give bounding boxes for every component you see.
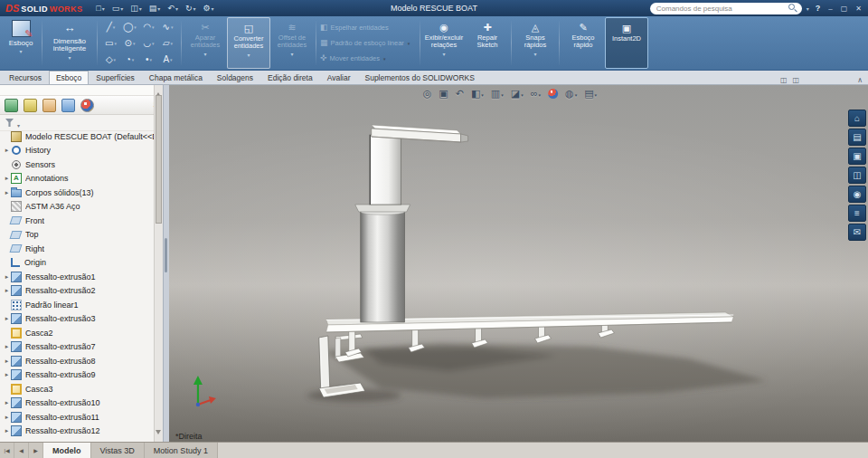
repair-sketch-button[interactable]: ✚ Repair Sketch xyxy=(466,17,509,69)
circle-icon[interactable]: ◯ xyxy=(120,19,139,35)
tree-scrollbar[interactable] xyxy=(154,84,163,443)
tree-item[interactable]: ▸ Ressalto-extrusão3 xyxy=(0,312,155,327)
tree-item[interactable]: ▸ Ressalto-extrusão8 xyxy=(0,354,155,368)
tree-item[interactable]: ▸ Ressalto-extrusão1 xyxy=(0,270,155,284)
document-tab[interactable]: Motion Study 1 xyxy=(145,443,218,458)
command-tab[interactable]: Soldagens xyxy=(210,71,260,84)
expand-arrow-icon[interactable]: ▸ xyxy=(3,358,11,365)
expand-arrow-icon[interactable]: ▸ xyxy=(3,147,11,154)
perimeter-circle-icon[interactable]: ⊙ xyxy=(120,35,139,52)
save-icon[interactable]: ◫ xyxy=(127,4,145,13)
tree-item[interactable]: ▸ Ressalto-extrusão11 xyxy=(0,410,155,425)
dimxpertmanager-icon[interactable] xyxy=(61,99,75,112)
tree-item[interactable]: Right xyxy=(0,242,155,256)
options-icon[interactable]: ⚙ xyxy=(200,4,216,13)
search-icon[interactable] xyxy=(788,4,797,13)
expand-arrow-icon[interactable]: ▸ xyxy=(3,287,11,294)
text-icon[interactable]: A xyxy=(158,52,177,68)
rectangle-icon[interactable]: ▭ xyxy=(101,35,120,52)
propertymanager-icon[interactable] xyxy=(24,99,37,112)
expand-arrow-icon[interactable]: ▸ xyxy=(3,273,11,281)
rapid-sketch-button[interactable]: ✎ Esboço rápido xyxy=(561,17,605,69)
scroll-tabs-start-button[interactable]: |◀ xyxy=(0,443,14,458)
line-icon[interactable]: ╱ xyxy=(101,19,120,35)
featuremanager-tree-icon[interactable] xyxy=(5,99,18,112)
configurationmanager-icon[interactable] xyxy=(42,99,56,112)
minimize-button[interactable]: – xyxy=(826,5,834,13)
print-icon[interactable]: ▤ xyxy=(146,4,164,13)
command-tab[interactable]: Avaliar xyxy=(320,71,358,84)
scroll-tabs-left-button[interactable]: ◀ xyxy=(14,443,29,458)
hide-show-items-icon[interactable]: ∞ xyxy=(531,89,541,99)
appearances-icon[interactable]: ◉ xyxy=(848,186,866,203)
ellipse-icon[interactable]: ◔ xyxy=(120,52,139,68)
command-tab[interactable]: Esboço xyxy=(49,71,89,84)
command-tab[interactable]: Edição direta xyxy=(260,71,320,84)
tree-item[interactable]: ▸ Ressalto-extrusão9 xyxy=(0,368,155,383)
expand-arrow-icon[interactable]: ▸ xyxy=(3,343,11,350)
command-tab[interactable]: Recursos xyxy=(2,71,49,84)
tree-item[interactable]: ASTM A36 Aço xyxy=(0,200,155,215)
trim-entities-button[interactable]: ✂ Aparar entidades xyxy=(184,17,227,69)
linear-sketch-pattern-button[interactable]: ▦ Padrão de esboço linear xyxy=(320,36,416,50)
tree-item[interactable]: Sensors xyxy=(0,157,155,172)
new-document-icon[interactable]: □ xyxy=(93,4,107,13)
panel-splitter[interactable] xyxy=(163,84,169,443)
display-delete-relations-button[interactable]: ◉ Exibir/excluir relações xyxy=(422,17,466,69)
polygon-icon[interactable]: ◇ xyxy=(101,52,120,68)
expand-arrow-icon[interactable]: ▸ xyxy=(3,189,11,196)
expand-arrow-icon[interactable]: ▸ xyxy=(3,175,11,182)
scrollbar-down-icon[interactable] xyxy=(156,430,161,441)
apply-scene-icon[interactable]: ◍ xyxy=(565,89,577,99)
arc-icon[interactable]: ◠ xyxy=(139,19,158,35)
collapse-ribbon-icon[interactable]: ∧ xyxy=(857,76,863,84)
instant2d-button[interactable]: ▣ Instant2D xyxy=(605,17,648,69)
maximize-button[interactable]: ▢ xyxy=(839,5,850,13)
scroll-tabs-right-button[interactable]: ▶ xyxy=(29,443,43,458)
command-tab[interactable]: Chapa metálica xyxy=(142,71,210,84)
smart-dimension-button[interactable]: ↔ Dimensão inteligente xyxy=(44,17,95,69)
quick-snaps-button[interactable]: ◬ Snaps rápidos xyxy=(514,17,557,69)
command-search[interactable] xyxy=(650,3,802,14)
view-settings-icon[interactable]: ▤ xyxy=(584,89,597,99)
close-button[interactable]: ✕ xyxy=(854,5,863,13)
tree-item[interactable]: ▸ Ressalto-extrusão12 xyxy=(0,425,155,439)
open-document-icon[interactable]: ▭ xyxy=(109,4,127,13)
view-palette-icon[interactable]: ◫ xyxy=(848,167,866,184)
parallelogram-icon[interactable]: ▱ xyxy=(158,35,177,52)
expand-arrow-icon[interactable]: ▸ xyxy=(3,399,11,406)
expand-arrow-icon[interactable]: ▸ xyxy=(3,414,11,421)
document-tab[interactable]: Modelo xyxy=(43,443,91,458)
display-style-icon[interactable]: ◪ xyxy=(511,89,524,99)
search-options-caret-icon[interactable] xyxy=(807,4,809,13)
rebuild-icon[interactable]: ↻ xyxy=(183,4,199,13)
tree-item[interactable]: Top xyxy=(0,228,155,243)
tree-root-item[interactable]: Modelo RESCUE BOAT (Default<<Default xyxy=(0,129,155,144)
convert-entities-button[interactable]: ◱ Converter entidades xyxy=(227,17,270,69)
command-tab[interactable]: Suplementos do SOLIDWORKS xyxy=(357,71,481,84)
scrollbar-thumb[interactable] xyxy=(156,95,162,224)
tangent-arc-icon[interactable]: ◡ xyxy=(139,35,158,52)
document-tab[interactable]: Vistas 3D xyxy=(91,443,145,458)
home-icon[interactable]: ⌂ xyxy=(848,110,866,127)
split-view-icon[interactable]: ◫ xyxy=(793,76,800,84)
search-input[interactable] xyxy=(655,4,786,14)
zoom-to-fit-icon[interactable]: ◎ xyxy=(423,89,432,99)
section-view-icon[interactable]: ◧ xyxy=(471,89,484,99)
forum-icon[interactable]: ✉ xyxy=(848,224,866,241)
move-entities-button[interactable]: ✜ Mover entidades xyxy=(320,52,416,65)
tree-item[interactable]: ▸ History xyxy=(0,144,155,158)
expand-arrow-icon[interactable]: ▸ xyxy=(3,371,11,378)
displaymanager-icon[interactable] xyxy=(80,99,94,112)
expand-arrow-icon[interactable]: ▸ xyxy=(3,315,11,322)
point-icon[interactable]: • xyxy=(139,52,158,68)
help-button[interactable]: ? xyxy=(814,4,823,13)
custom-properties-icon[interactable]: ≡ xyxy=(848,205,866,222)
tree-item[interactable]: Casca3 xyxy=(0,382,155,396)
file-explorer-icon[interactable]: ▣ xyxy=(848,148,866,165)
undo-icon[interactable]: ↶ xyxy=(165,4,181,13)
previous-view-icon[interactable]: ↶ xyxy=(456,89,464,99)
sketch-button[interactable]: Esboço xyxy=(2,17,40,69)
zoom-to-area-icon[interactable]: ▣ xyxy=(439,89,448,99)
spline-icon[interactable]: ∿ xyxy=(158,19,177,35)
